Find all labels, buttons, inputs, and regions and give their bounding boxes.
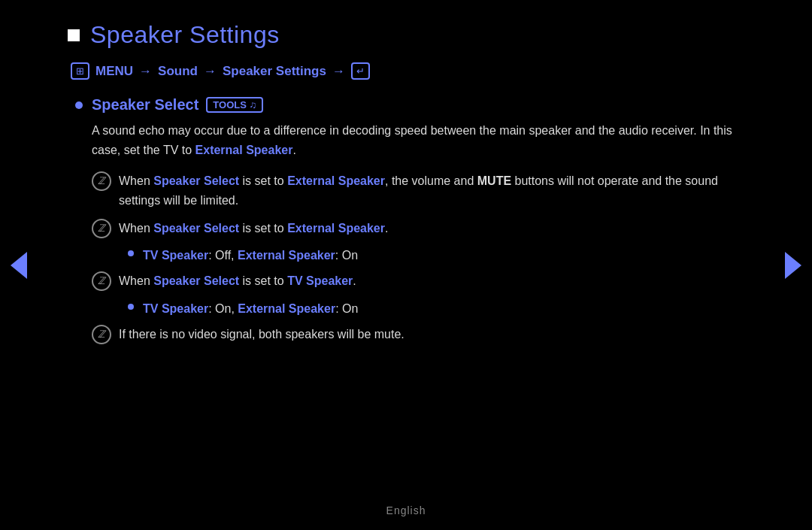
note1-speaker-select: Speaker Select <box>153 174 239 187</box>
sub1-external-speaker: External Speaker <box>238 249 335 262</box>
note-block-4: ℤ If there is no video signal, both spea… <box>92 325 744 344</box>
desc-accent-1: External Speaker <box>195 144 293 156</box>
note-block-1: ℤ When Speaker Select is set to External… <box>92 171 744 211</box>
note-icon-4: ℤ <box>92 325 111 344</box>
sub-bullet-row-2: TV Speaker: On, External Speaker: On <box>128 299 744 319</box>
note2-speaker-select: Speaker Select <box>153 222 239 235</box>
sub1-tv-speaker: TV Speaker <box>143 249 208 262</box>
desc-text-1: A sound echo may occur due to a differen… <box>92 124 732 156</box>
menu-icon: ⊞ <box>71 62 89 80</box>
note-text-2: When Speaker Select is set to External S… <box>119 219 388 238</box>
sub-bullet-dot-1 <box>128 250 134 256</box>
bullet-dot-icon <box>75 101 83 109</box>
arrow2: → <box>204 64 217 79</box>
desc-end: . <box>292 144 295 156</box>
sound-label: Sound <box>158 64 198 79</box>
sub2-external-speaker: External Speaker <box>238 302 335 315</box>
nav-arrow-left[interactable] <box>8 247 30 284</box>
note2-external-speaker: External Speaker <box>287 222 385 235</box>
speaker-settings-label: Speaker Settings <box>223 64 326 79</box>
main-content: Speaker Settings ⊞ MENU → Sound → Speake… <box>0 0 812 368</box>
right-arrow-icon <box>785 252 801 279</box>
sub-bullet-text-1: TV Speaker: Off, External Speaker: On <box>143 246 358 265</box>
note-icon-3: ℤ <box>92 271 111 291</box>
arrow3: → <box>332 64 345 79</box>
page-title: Speaker Settings <box>90 21 280 49</box>
arrow1: → <box>139 64 152 79</box>
note-block-3: ℤ When Speaker Select is set to TV Speak… <box>92 271 744 291</box>
nav-arrow-right[interactable] <box>782 247 804 284</box>
menu-label: MENU <box>95 64 133 79</box>
note-text-3: When Speaker Select is set to TV Speaker… <box>119 271 356 291</box>
speaker-select-row: Speaker Select TOOLS ♫ <box>75 96 744 114</box>
tools-badge: TOOLS ♫ <box>206 97 263 113</box>
sub-bullet-row-1: TV Speaker: Off, External Speaker: On <box>128 246 744 265</box>
menu-path: ⊞ MENU → Sound → Speaker Settings → ↵ <box>71 62 744 80</box>
sub-bullet-dot-2 <box>128 304 134 310</box>
footer-language: English <box>386 504 426 516</box>
note-icon-2: ℤ <box>92 219 111 238</box>
page-title-row: Speaker Settings <box>68 21 744 49</box>
note-block-2: ℤ When Speaker Select is set to External… <box>92 219 744 238</box>
speaker-select-description: A sound echo may occur due to a differen… <box>92 121 744 161</box>
note1-mute: MUTE <box>477 174 511 187</box>
title-square-icon <box>68 29 80 41</box>
section: Speaker Select TOOLS ♫ A sound echo may … <box>75 96 744 345</box>
sub2-tv-speaker: TV Speaker <box>143 302 208 315</box>
note-text-1: When Speaker Select is set to External S… <box>119 171 744 211</box>
sub-bullet-text-2: TV Speaker: On, External Speaker: On <box>143 299 358 319</box>
note3-speaker-select: Speaker Select <box>153 274 239 287</box>
speaker-select-label: Speaker Select <box>92 96 198 114</box>
note3-tv-speaker: TV Speaker <box>287 274 353 287</box>
enter-icon: ↵ <box>351 62 370 80</box>
note1-external-speaker: External Speaker <box>287 174 385 187</box>
note-text-4: If there is no video signal, both speake… <box>119 325 404 344</box>
note-icon-1: ℤ <box>92 171 111 191</box>
left-arrow-icon <box>11 252 27 279</box>
